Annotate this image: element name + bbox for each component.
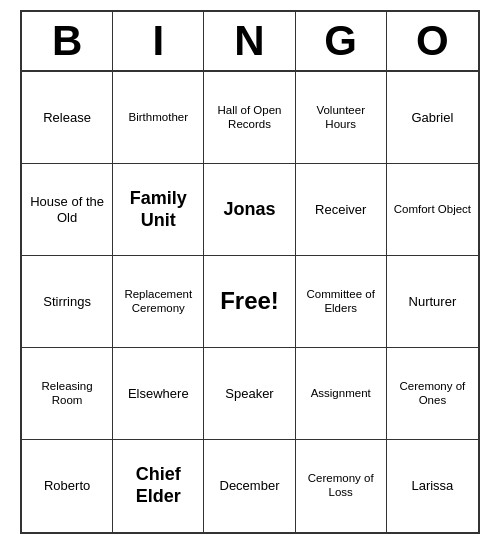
bingo-cell: Gabriel (387, 72, 478, 164)
bingo-cell: Larissa (387, 440, 478, 532)
bingo-cell: Free! (204, 256, 295, 348)
bingo-cell: Birthmother (113, 72, 204, 164)
header-letter: G (296, 12, 387, 70)
bingo-cell: Elsewhere (113, 348, 204, 440)
bingo-cell: Ceremony of Loss (296, 440, 387, 532)
bingo-cell: December (204, 440, 295, 532)
bingo-cell: Stirrings (22, 256, 113, 348)
header-letter: I (113, 12, 204, 70)
bingo-cell: Receiver (296, 164, 387, 256)
bingo-cell: Family Unit (113, 164, 204, 256)
bingo-cell: House of the Old (22, 164, 113, 256)
bingo-cell: Releasing Room (22, 348, 113, 440)
bingo-cell: Chief Elder (113, 440, 204, 532)
bingo-cell: Assignment (296, 348, 387, 440)
header-letter: N (204, 12, 295, 70)
bingo-cell: Hall of Open Records (204, 72, 295, 164)
bingo-card: BINGO ReleaseBirthmotherHall of Open Rec… (20, 10, 480, 534)
bingo-cell: Roberto (22, 440, 113, 532)
bingo-cell: Volunteer Hours (296, 72, 387, 164)
bingo-cell: Nurturer (387, 256, 478, 348)
bingo-cell: Committee of Elders (296, 256, 387, 348)
header-letter: O (387, 12, 478, 70)
header-letter: B (22, 12, 113, 70)
bingo-cell: Speaker (204, 348, 295, 440)
bingo-cell: Replacement Ceremony (113, 256, 204, 348)
bingo-cell: Jonas (204, 164, 295, 256)
bingo-cell: Comfort Object (387, 164, 478, 256)
bingo-grid: ReleaseBirthmotherHall of Open RecordsVo… (22, 72, 478, 532)
bingo-cell: Release (22, 72, 113, 164)
bingo-header: BINGO (22, 12, 478, 72)
bingo-cell: Ceremony of Ones (387, 348, 478, 440)
